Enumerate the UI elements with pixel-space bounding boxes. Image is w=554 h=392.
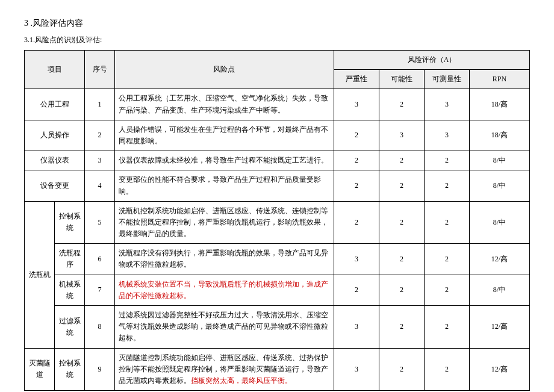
cell-meas: 2 [424, 170, 469, 201]
cell-project-group: 灭菌隧道 [25, 348, 55, 391]
cell-meas: 3 [424, 120, 469, 151]
table-header-row-1: 项目 序号 风险点 风险评价（A） [25, 51, 530, 70]
cell-sev: 2 [334, 120, 379, 151]
table-row: 机械系统 7 机械系统安装位置不当，导致洗瓶后瓶子的机械损伤增加，造成产品的不溶… [25, 275, 530, 305]
cell-sev: 3 [334, 244, 379, 275]
cell-seq: 8 [85, 306, 115, 349]
table-row: 洗瓶程序 6 洗瓶程序没有得到执行，将严重影响洗瓶的效果，导致产品可见异物或不溶… [25, 244, 530, 275]
cell-seq: 1 [85, 89, 115, 120]
cell-desc-red: 机械系统安装位置不当，导致洗瓶后瓶子的机械损伤增加，造成产品的不溶性微粒超标。 [119, 280, 328, 300]
cell-project: 人员操作 [25, 120, 85, 151]
cell-rpn: 8/中 [469, 275, 529, 305]
sub-title: 3.1.风险点的识别及评估: [24, 35, 530, 45]
table-row: 仪器仪表 3 仪器仪表故障或未经校准，将导致生产过程不能按既定工艺进行。 2 2… [25, 151, 530, 170]
cell-sub: 过滤系统 [55, 306, 85, 349]
cell-meas: 2 [424, 306, 469, 349]
cell-sev: 3 [334, 306, 379, 349]
cell-sev: 2 [334, 275, 379, 305]
cell-prob: 2 [379, 170, 424, 201]
table-row: 人员操作 2 人员操作错误，可能发生在生产过程的各个环节，对最终产品有不同程度影… [25, 120, 530, 151]
header-risk: 风险点 [115, 51, 334, 89]
table-row: 灭菌隧道 控制系统 9 灭菌隧道控制系统功能如启停、进瓶区感应、传送系统、过热保… [25, 348, 530, 391]
cell-desc: 灭菌隧道控制系统功能如启停、进瓶区感应、传送系统、过热保护控制等不能按照既定程序… [115, 348, 334, 391]
header-eval: 风险评价（A） [334, 51, 529, 70]
cell-sev: 3 [334, 89, 379, 120]
cell-sev: 3 [334, 348, 379, 391]
table-row: 公用工程 1 公用工程系统（工艺用水、压缩空气、空气净化系统）失效，导致产品污染… [25, 89, 530, 120]
header-measurability: 可测量性 [424, 70, 469, 89]
sub-number: 3.1. [24, 36, 35, 44]
cell-seq: 6 [85, 244, 115, 275]
cell-rpn: 18/高 [469, 120, 529, 151]
header-project: 项目 [25, 51, 85, 89]
cell-meas: 2 [424, 151, 469, 170]
cell-meas: 2 [424, 275, 469, 305]
cell-rpn: 8/中 [469, 170, 529, 201]
cell-sub: 控制系统 [55, 201, 85, 244]
cell-desc: 变更部位的性能不符合要求，导致产品生产过程和产品质量受影响。 [115, 170, 334, 201]
cell-project: 公用工程 [25, 89, 85, 120]
cell-meas: 3 [424, 89, 469, 120]
cell-desc: 仪器仪表故障或未经校准，将导致生产过程不能按既定工艺进行。 [115, 151, 334, 170]
header-severity: 严重性 [334, 70, 379, 89]
cell-meas: 2 [424, 201, 469, 244]
cell-meas: 2 [424, 244, 469, 275]
section-title-text: .风险评估内容 [31, 19, 84, 28]
cell-meas: 2 [424, 348, 469, 391]
cell-prob: 3 [379, 120, 424, 151]
cell-seq: 9 [85, 348, 115, 391]
cell-desc: 洗瓶机控制系统功能如启停、进瓶区感应、传送系统、连锁控制等不能按照既定程序控制，… [115, 201, 334, 244]
cell-seq: 2 [85, 120, 115, 151]
cell-prob: 2 [379, 151, 424, 170]
table-row: 过滤系统 8 过滤系统因过滤器完整性不好或压力过大，导致清洗用水、压缩空气等对洗… [25, 306, 530, 349]
cell-sub: 洗瓶程序 [55, 244, 85, 275]
cell-rpn: 12/高 [469, 348, 529, 391]
cell-project-group: 洗瓶机 [25, 201, 55, 348]
cell-project: 设备变更 [25, 170, 85, 201]
header-probability: 可能性 [379, 70, 424, 89]
section-number: 3 [24, 19, 28, 28]
cell-rpn: 8/中 [469, 151, 529, 170]
cell-seq: 5 [85, 201, 115, 244]
header-seq: 序号 [85, 51, 115, 89]
cell-prob: 2 [379, 306, 424, 349]
section-title: 3 .风险评估内容 [24, 18, 530, 29]
cell-sev: 2 [334, 201, 379, 244]
cell-rpn: 18/高 [469, 89, 529, 120]
cell-prob: 2 [379, 244, 424, 275]
cell-desc-red: 挡板突然太高，最终风压平衡。 [191, 376, 292, 385]
table-row: 洗瓶机 控制系统 5 洗瓶机控制系统功能如启停、进瓶区感应、传送系统、连锁控制等… [25, 201, 530, 244]
cell-sev: 2 [334, 170, 379, 201]
cell-prob: 2 [379, 89, 424, 120]
cell-desc: 机械系统安装位置不当，导致洗瓶后瓶子的机械损伤增加，造成产品的不溶性微粒超标。 [115, 275, 334, 305]
table-row: 设备变更 4 变更部位的性能不符合要求，导致产品生产过程和产品质量受影响。 2 … [25, 170, 530, 201]
sub-title-text: 风险点的识别及评估: [35, 36, 102, 44]
cell-prob: 2 [379, 348, 424, 391]
cell-seq: 3 [85, 151, 115, 170]
header-rpn: RPN [469, 70, 529, 89]
cell-seq: 4 [85, 170, 115, 201]
cell-rpn: 12/高 [469, 244, 529, 275]
cell-sev: 2 [334, 151, 379, 170]
cell-desc: 公用工程系统（工艺用水、压缩空气、空气净化系统）失效，导致产品污染、产品变质、生… [115, 89, 334, 120]
cell-rpn: 8/中 [469, 201, 529, 244]
risk-table: 项目 序号 风险点 风险评价（A） 严重性 可能性 可测量性 RPN 公用工程 … [24, 50, 530, 391]
cell-seq: 7 [85, 275, 115, 305]
cell-project: 仪器仪表 [25, 151, 85, 170]
cell-desc: 洗瓶程序没有得到执行，将严重影响洗瓶的效果，导致产品可见异物或不溶性微粒超标。 [115, 244, 334, 275]
cell-desc: 过滤系统因过滤器完整性不好或压力过大，导致清洗用水、压缩空气等对洗瓶效果造成影响… [115, 306, 334, 349]
cell-sub: 机械系统 [55, 275, 85, 305]
cell-desc: 人员操作错误，可能发生在生产过程的各个环节，对最终产品有不同程度影响。 [115, 120, 334, 151]
cell-prob: 2 [379, 201, 424, 244]
cell-rpn: 12/高 [469, 306, 529, 349]
cell-sub: 控制系统 [55, 348, 85, 391]
cell-prob: 2 [379, 275, 424, 305]
